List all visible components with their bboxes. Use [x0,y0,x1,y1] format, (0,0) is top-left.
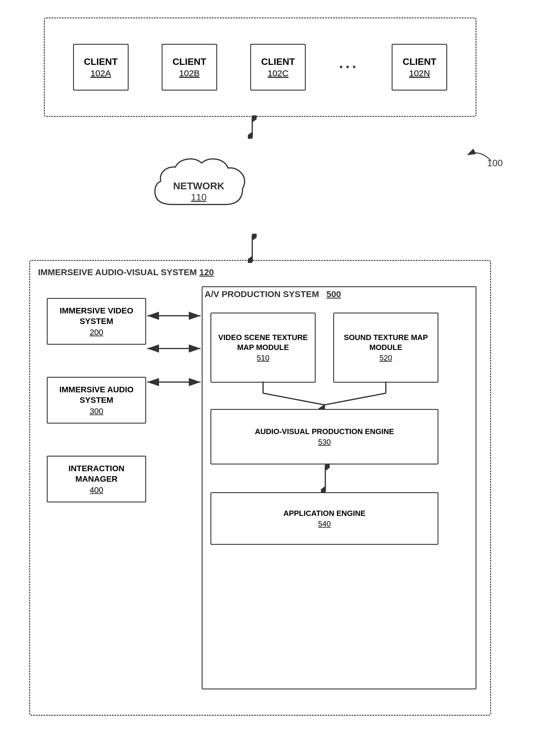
im-number: 400 [90,485,103,495]
svg-text:110: 110 [191,192,206,202]
client-102b-label: CLIENT [172,56,206,67]
avpe-label: AUDIO-VISUAL PRODUCTION ENGINE [255,427,394,437]
vstm-number: 510 [257,354,269,363]
client-102c-label: CLIENT [261,56,295,67]
left-modules: IMMERSIVE VIDEO SYSTEM 200 IMMERSIVE AUD… [47,298,146,502]
client-102n: CLIENT 102N [392,44,447,91]
arrow-530-to-540 [321,464,330,493]
stm-number: 520 [379,354,392,363]
client-102a-label: CLIENT [84,56,118,67]
sound-texture-map: SOUND TEXTURE MAP MODULE 520 [333,312,439,383]
vstm-label: VIDEO SCENE TEXTURE MAP MODULE [211,333,315,353]
client-102c-number: 102C [267,68,289,78]
diagram-container: 100 CLIENT 102A CLIENT 102B CLIENT [29,17,511,742]
av-production-engine: AUDIO-VISUAL PRODUCTION ENGINE 530 [211,409,439,464]
network-section: NETWORK 110 [132,134,266,234]
client-102b-number: 102B [179,68,200,78]
immersive-video-system: IMMERSIVE VIDEO SYSTEM 200 [47,298,146,345]
client-102a: CLIENT 102A [73,44,129,91]
interaction-manager: INTERACTION MANAGER 400 [47,456,146,502]
arrow-ivs-to-avp [146,311,202,320]
svg-line-24 [324,393,386,405]
client-102n-label: CLIENT [403,56,437,67]
svg-line-21 [263,393,324,405]
network-cloud-svg: NETWORK 110 [137,146,260,222]
client-102c: CLIENT 102C [250,44,306,91]
arrow-im-to-avp [146,378,202,386]
ivs-number: 200 [90,328,103,337]
av-system-label: IMMERSEIVE AUDIO-VISUAL SYSTEM 120 [38,267,214,277]
ias-label: IMMERSIVE AUDIO SYSTEM [48,384,145,406]
client-102n-number: 102N [409,68,430,78]
ae-number: 540 [318,519,331,529]
arrows-to-530 [211,381,439,411]
video-scene-texture-map: VIDEO SCENE TEXTURE MAP MODULE 510 [211,312,316,383]
ref-arrow-100 [462,143,497,167]
stm-label: SOUND TEXTURE MAP MODULE [334,333,438,353]
ivs-label: IMMERSIVE VIDEO SYSTEM [48,305,145,327]
svg-text:NETWORK: NETWORK [173,180,225,191]
arrow-ias-to-avp [146,344,202,353]
client-102a-number: 102A [91,68,111,78]
av-production-title: A/V PRODUCTION SYSTEM 500 [205,289,341,299]
arrow-network-to-av [248,234,257,263]
ias-number: 300 [90,407,103,416]
ae-label: APPLICATION ENGINE [283,508,365,518]
application-engine: APPLICATION ENGINE 540 [211,492,439,545]
client-102b: CLIENT 102B [162,44,217,91]
avpe-number: 530 [318,438,331,447]
im-label: INTERACTION MANAGER [48,463,145,485]
ellipsis: ... [339,54,359,80]
clients-section: CLIENT 102A CLIENT 102B CLIENT 102C ... … [44,17,476,117]
immersive-audio-system: IMMERSIVE AUDIO SYSTEM 300 [47,377,146,423]
